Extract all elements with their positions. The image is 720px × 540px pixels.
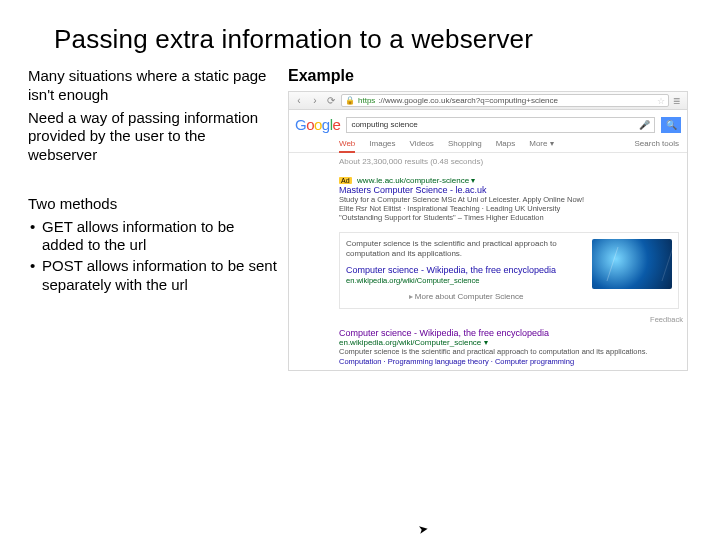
forward-button[interactable]: › <box>309 95 321 107</box>
para-1: Many situations where a static page isn'… <box>28 67 278 105</box>
ad-line-2: Elite Rsr Not Elitist · Inspirational Te… <box>339 204 679 213</box>
bullet-post: POST allows information to be sent separ… <box>28 257 278 295</box>
kp-cite: en.wikipedia.org/wiki/Computer_science <box>346 276 586 285</box>
result-ad: Ad www.le.ac.uk/computer-science ▾ Maste… <box>289 172 687 226</box>
example-heading: Example <box>288 67 720 85</box>
browser-toolbar: ‹ › ⟳ 🔒 https://www.google.co.uk/search?… <box>289 92 687 110</box>
ad-line-1: Study for a Computer Science MSc At Uni … <box>339 195 679 204</box>
tab-more[interactable]: More ▾ <box>529 139 553 152</box>
url-scheme: https <box>358 96 375 105</box>
ad-line-3: "Outstanding Support for Students" – Tim… <box>339 213 679 222</box>
menu-icon[interactable]: ≡ <box>673 98 683 104</box>
address-bar[interactable]: 🔒 https://www.google.co.uk/search?q=comp… <box>341 94 669 107</box>
voice-search-icon[interactable]: 🎤 <box>639 120 650 130</box>
sitelinks-rest[interactable]: · Programming language theory · Computer… <box>382 357 575 366</box>
kp-snippet: Computer science is the scientific and p… <box>346 239 586 259</box>
tab-maps[interactable]: Maps <box>496 139 516 152</box>
para-3: Two methods <box>28 195 278 214</box>
kp-more[interactable]: More about Computer Science <box>346 292 586 302</box>
ad-cite[interactable]: www.le.ac.uk/computer-science ▾ <box>357 176 475 185</box>
tab-videos[interactable]: Videos <box>410 139 434 152</box>
kp-link[interactable]: Computer science - Wikipedia, the free e… <box>346 265 586 276</box>
knowledge-panel: Computer science is the scientific and p… <box>339 232 679 309</box>
tab-shopping[interactable]: Shopping <box>448 139 482 152</box>
ad-title[interactable]: Masters Computer Science - le.ac.uk <box>339 185 679 195</box>
search-icon: 🔍 <box>666 120 677 130</box>
result-cite: en.wikipedia.org/wiki/Computer_science ▾ <box>339 338 679 347</box>
url-rest: ://www.google.co.uk/search?q=computing+s… <box>378 96 558 105</box>
sitelink-1[interactable]: Computation <box>339 357 382 366</box>
result-title[interactable]: Computer science - Wikipedia, the free e… <box>339 328 679 338</box>
back-button[interactable]: ‹ <box>293 95 305 107</box>
browser-window: ‹ › ⟳ 🔒 https://www.google.co.uk/search?… <box>288 91 688 371</box>
bookmark-icon[interactable]: ☆ <box>657 96 665 106</box>
search-tools[interactable]: Search tools <box>635 139 679 152</box>
tab-images[interactable]: Images <box>369 139 395 152</box>
google-logo[interactable]: Google <box>295 116 340 133</box>
tab-web[interactable]: Web <box>339 139 355 153</box>
kp-image[interactable] <box>592 239 672 289</box>
reload-button[interactable]: ⟳ <box>325 95 337 107</box>
bullet-get: GET allows information to be added to th… <box>28 218 278 256</box>
kp-feedback[interactable]: Feedback <box>289 315 687 324</box>
slide-title: Passing extra information to a webserver <box>0 0 720 67</box>
search-query: computing science <box>351 120 417 129</box>
search-button[interactable]: 🔍 <box>661 117 681 133</box>
search-input[interactable]: computing science 🎤 <box>346 117 655 133</box>
search-header: Google computing science 🎤 🔍 <box>289 110 687 137</box>
result-stats: About 23,300,000 results (0.48 seconds) <box>289 153 687 172</box>
search-tabs: Web Images Videos Shopping Maps More ▾ S… <box>289 137 687 153</box>
lock-icon: 🔒 <box>345 96 355 105</box>
body-left: Many situations where a static page isn'… <box>28 67 278 371</box>
ad-badge: Ad <box>339 177 352 184</box>
result-organic: Computer science - Wikipedia, the free e… <box>289 324 687 370</box>
result-desc: Computer science is the scientific and p… <box>339 347 679 356</box>
cursor-icon: ➤ <box>417 521 429 537</box>
para-2: Need a way of passing information provid… <box>28 109 278 165</box>
